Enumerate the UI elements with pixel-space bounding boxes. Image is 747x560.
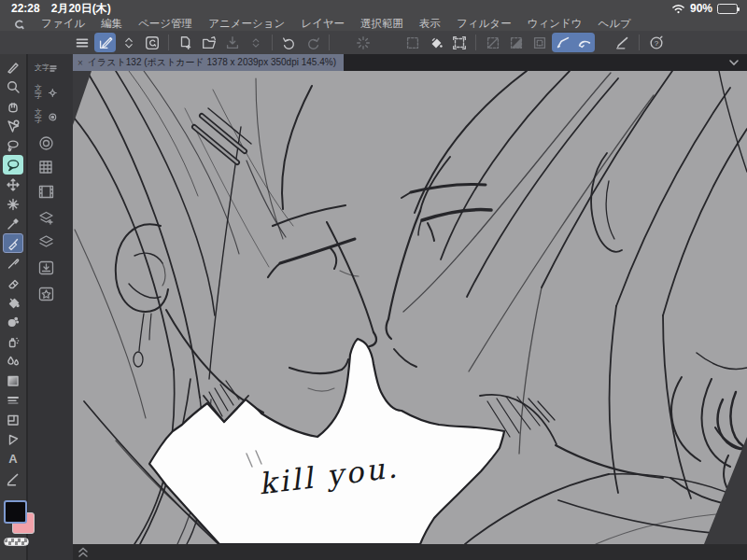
tool-blend-drops[interactable]	[3, 351, 23, 371]
snap-toggle-group	[552, 33, 595, 52]
help-icon[interactable]: ?	[645, 33, 667, 52]
redo-icon[interactable]	[302, 33, 323, 52]
wifi-icon	[671, 3, 685, 14]
pasteboard-corner-topleft	[73, 71, 92, 125]
close-tab-icon[interactable]: ×	[78, 58, 83, 68]
menu-bar: ファイル 編集 ページ管理 アニメーション レイヤー 選択範囲 表示 フィルター…	[0, 17, 747, 31]
undo-icon[interactable]	[278, 33, 300, 52]
tool-fill-bucket[interactable]	[3, 292, 23, 312]
menu-item-help[interactable]: ヘルプ	[599, 17, 631, 31]
palette-subtool[interactable]: 文字	[35, 58, 57, 78]
save-file-icon[interactable]	[221, 33, 243, 52]
menu-item-view[interactable]: 表示	[419, 17, 441, 31]
menu-item-layer[interactable]: レイヤー	[301, 17, 345, 31]
tool-ink-blob[interactable]	[3, 312, 23, 331]
tool-lasso[interactable]	[3, 135, 23, 155]
tool-balloon[interactable]	[3, 155, 23, 175]
drawing-canvas[interactable]: kill you.	[73, 71, 747, 544]
menu-item-edit[interactable]: 編集	[101, 17, 122, 31]
tool-magic-wand[interactable]	[3, 194, 23, 214]
tool-gradient[interactable]	[3, 371, 23, 390]
date: 2月20日(木)	[51, 1, 111, 17]
open-file-icon[interactable]	[198, 33, 219, 52]
battery-icon	[717, 4, 738, 14]
document-tab-bar: × イラスト132 (ポストカード 1378 x 2039px 350dpi 1…	[73, 54, 747, 71]
invert-selection-icon[interactable]	[505, 33, 527, 52]
collapse-chevrons-icon[interactable]	[118, 33, 139, 52]
svg-text:?: ?	[654, 39, 658, 48]
tool-object[interactable]	[3, 116, 23, 135]
tool-hand[interactable]	[3, 96, 23, 116]
illustration-sketch: kill you.	[73, 71, 747, 544]
clip-studio-paint-window: 22:28 2月20日(木) 90% ファイル 編集 ページ管理 アニメーション…	[0, 0, 747, 560]
document-tab-label: イラスト132 (ポストカード 1378 x 2039px 350dpi 145…	[88, 56, 336, 69]
tool-eraser[interactable]	[3, 273, 23, 292]
menu-item-filter[interactable]: フィルター	[457, 17, 512, 31]
palette-layers[interactable]	[35, 231, 57, 252]
palette-material[interactable]	[35, 181, 57, 202]
new-file-icon[interactable]	[175, 33, 196, 52]
tool-figure-flag[interactable]	[3, 429, 23, 449]
tool-pen[interactable]	[3, 253, 23, 273]
menu-item-file[interactable]: ファイル	[41, 17, 85, 31]
smooth-brush-icon[interactable]	[573, 33, 595, 52]
selection-border-icon[interactable]	[529, 33, 550, 52]
palette-download[interactable]	[35, 258, 57, 278]
menu-item-page-management[interactable]: ページ管理	[138, 17, 192, 31]
transform-frame-icon[interactable]	[448, 33, 470, 52]
edit-canvas-icon[interactable]	[94, 33, 116, 52]
tool-eyedropper[interactable]	[3, 214, 23, 233]
tool-airbrush[interactable]	[3, 331, 23, 351]
menu-item-window[interactable]: ウィンドウ	[528, 17, 583, 31]
foreground-color-chip[interactable]	[4, 500, 27, 524]
tool-stream-line[interactable]	[3, 390, 23, 410]
clock: 22:28	[11, 2, 40, 15]
palette-favorites[interactable]	[35, 284, 57, 304]
tool-zoom[interactable]	[3, 77, 23, 96]
palette-tool-property[interactable]: 文字	[35, 82, 57, 103]
palette-color-set[interactable]	[35, 157, 57, 177]
deselect-icon[interactable]	[482, 33, 503, 52]
palette-brush-size[interactable]: 文字	[35, 106, 57, 127]
tab-list-chevron-icon[interactable]	[728, 54, 740, 71]
tool-text[interactable]: A	[3, 449, 23, 469]
ipad-status-bar: 22:28 2月20日(木) 90%	[0, 0, 747, 17]
tool-operation-pen[interactable]	[3, 57, 23, 77]
processing-spinner-icon	[352, 33, 374, 52]
battery-percent: 90%	[690, 2, 712, 15]
speech-gap-shape	[149, 339, 504, 544]
save-chevrons-icon[interactable]	[245, 33, 266, 52]
palette-dock: 文字 文字 文字	[26, 54, 73, 560]
tool-frame-border[interactable]	[3, 410, 23, 429]
document-tab[interactable]: × イラスト132 (ポストカード 1378 x 2039px 350dpi 1…	[73, 54, 344, 71]
expand-double-chevron-icon[interactable]	[77, 546, 90, 558]
snap-pen-icon[interactable]	[552, 33, 573, 52]
command-bar: ?	[0, 31, 747, 54]
tool-move[interactable]	[3, 175, 23, 194]
tool-line-correct[interactable]	[3, 469, 23, 488]
main-menu-icon[interactable]	[71, 33, 92, 52]
tool-palette: A	[0, 54, 26, 560]
palette-layer-property[interactable]	[35, 207, 57, 228]
clip-studio-logo-icon[interactable]	[11, 18, 25, 31]
menu-item-selection[interactable]: 選択範囲	[360, 17, 403, 31]
transparent-color-chip[interactable]	[4, 538, 29, 546]
menu-item-animation[interactable]: アニメーション	[208, 17, 285, 31]
clip-studio-icon[interactable]	[141, 33, 162, 52]
bottom-bar	[73, 544, 747, 560]
palette-color-wheel[interactable]	[35, 133, 57, 153]
pasteboard-corner-bottomright	[704, 437, 747, 544]
tool-marker[interactable]	[3, 233, 23, 253]
select-area-icon[interactable]	[402, 33, 423, 52]
correct-line-icon[interactable]	[612, 33, 633, 52]
fill-bucket-icon[interactable]	[425, 33, 446, 52]
